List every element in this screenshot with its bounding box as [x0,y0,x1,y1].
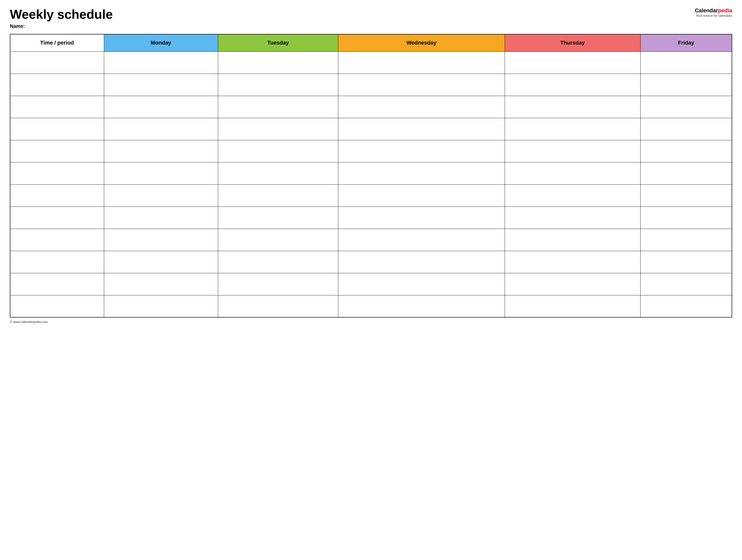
schedule-cell[interactable] [640,140,732,162]
schedule-cell[interactable] [218,207,338,229]
schedule-cell[interactable] [104,96,218,118]
schedule-cell[interactable] [505,251,640,273]
table-row [10,184,732,207]
time-cell[interactable] [10,118,104,140]
schedule-cell[interactable] [338,273,505,295]
col-header-wednesday: Wednesday [338,34,505,51]
schedule-cell[interactable] [104,229,218,251]
schedule-cell[interactable] [218,273,338,295]
page-title: Weekly schedule [10,7,113,21]
header-area: Weekly schedule Name: Calendarpedia Your… [10,7,732,29]
schedule-cell[interactable] [338,207,505,229]
col-header-time: Time / period [10,34,104,51]
schedule-cell[interactable] [640,118,732,140]
schedule-cell[interactable] [338,162,505,184]
time-cell[interactable] [10,140,104,162]
col-header-thursday: Thursday [505,34,640,51]
time-cell[interactable] [10,184,104,207]
logo-calendar: Calendar [695,7,718,13]
schedule-cell[interactable] [104,51,218,73]
time-cell[interactable] [10,229,104,251]
table-row [10,273,732,295]
schedule-cell[interactable] [338,140,505,162]
schedule-table: Time / period Monday Tuesday Wednesday T… [10,34,732,318]
schedule-cell[interactable] [104,162,218,184]
schedule-cell[interactable] [640,229,732,251]
schedule-cell[interactable] [505,51,640,73]
schedule-cell[interactable] [640,251,732,273]
schedule-cell[interactable] [338,73,505,96]
schedule-cell[interactable] [104,118,218,140]
schedule-cell[interactable] [218,184,338,207]
schedule-cell[interactable] [640,73,732,96]
schedule-cell[interactable] [218,118,338,140]
schedule-cell[interactable] [505,273,640,295]
schedule-cell[interactable] [505,96,640,118]
logo-text: Calendarpedia [695,7,732,14]
schedule-cell[interactable] [640,207,732,229]
schedule-cell[interactable] [505,73,640,96]
schedule-cell[interactable] [505,140,640,162]
table-row [10,51,732,73]
schedule-cell[interactable] [338,96,505,118]
schedule-cell[interactable] [104,273,218,295]
time-cell[interactable] [10,207,104,229]
schedule-cell[interactable] [640,184,732,207]
table-row [10,207,732,229]
schedule-cell[interactable] [338,295,505,317]
schedule-cell[interactable] [338,51,505,73]
schedule-cell[interactable] [338,251,505,273]
table-row [10,295,732,317]
header-row: Time / period Monday Tuesday Wednesday T… [10,34,732,51]
schedule-cell[interactable] [218,96,338,118]
schedule-cell[interactable] [104,73,218,96]
schedule-cell[interactable] [218,73,338,96]
schedule-cell[interactable] [104,184,218,207]
time-cell[interactable] [10,96,104,118]
schedule-cell[interactable] [218,295,338,317]
schedule-cell[interactable] [218,140,338,162]
schedule-cell[interactable] [218,51,338,73]
time-cell[interactable] [10,73,104,96]
time-cell[interactable] [10,51,104,73]
schedule-cell[interactable] [218,162,338,184]
logo-tagline: Your source for calendars [696,14,732,17]
col-header-tuesday: Tuesday [218,34,338,51]
schedule-cell[interactable] [505,295,640,317]
table-row [10,118,732,140]
schedule-cell[interactable] [505,184,640,207]
schedule-cell[interactable] [104,207,218,229]
table-row [10,96,732,118]
schedule-cell[interactable] [505,207,640,229]
logo-pedia: pedia [718,7,732,13]
time-cell[interactable] [10,251,104,273]
time-cell[interactable] [10,295,104,317]
name-label: Name: [10,23,113,29]
schedule-cell[interactable] [338,184,505,207]
schedule-cell[interactable] [505,162,640,184]
schedule-cell[interactable] [505,229,640,251]
copyright-text: © www.calendarpedia.com [10,320,48,324]
schedule-cell[interactable] [218,251,338,273]
schedule-cell[interactable] [104,140,218,162]
table-row [10,251,732,273]
time-cell[interactable] [10,273,104,295]
table-row [10,162,732,184]
col-header-friday: Friday [640,34,732,51]
schedule-cell[interactable] [505,118,640,140]
schedule-cell[interactable] [640,51,732,73]
time-cell[interactable] [10,162,104,184]
col-header-monday: Monday [104,34,218,51]
schedule-cell[interactable] [640,162,732,184]
schedule-cell[interactable] [104,295,218,317]
schedule-cell[interactable] [218,229,338,251]
table-row [10,73,732,96]
schedule-cell[interactable] [640,96,732,118]
schedule-cell[interactable] [640,295,732,317]
schedule-cell[interactable] [338,118,505,140]
table-row [10,140,732,162]
logo-section: Calendarpedia Your source for calendars [695,7,732,17]
schedule-cell[interactable] [338,229,505,251]
schedule-cell[interactable] [104,251,218,273]
schedule-cell[interactable] [640,273,732,295]
